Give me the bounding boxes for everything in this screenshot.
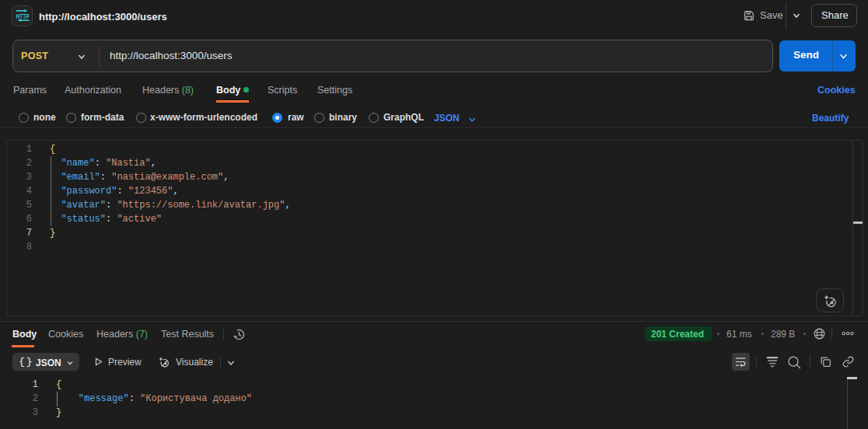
- svg-text:HTTP: HTTP: [16, 12, 30, 20]
